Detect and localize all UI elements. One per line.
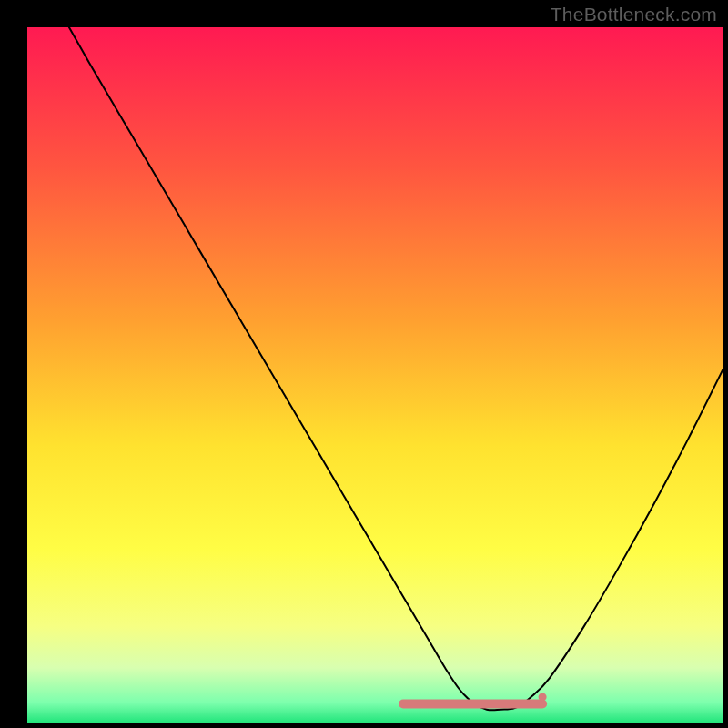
watermark-text: TheBottleneck.com: [551, 4, 717, 25]
bottleneck-chart: [0, 0, 728, 728]
end-marker-dot: [539, 693, 547, 701]
gradient-background: [27, 27, 723, 723]
chart-container: TheBottleneck.com: [0, 0, 728, 728]
